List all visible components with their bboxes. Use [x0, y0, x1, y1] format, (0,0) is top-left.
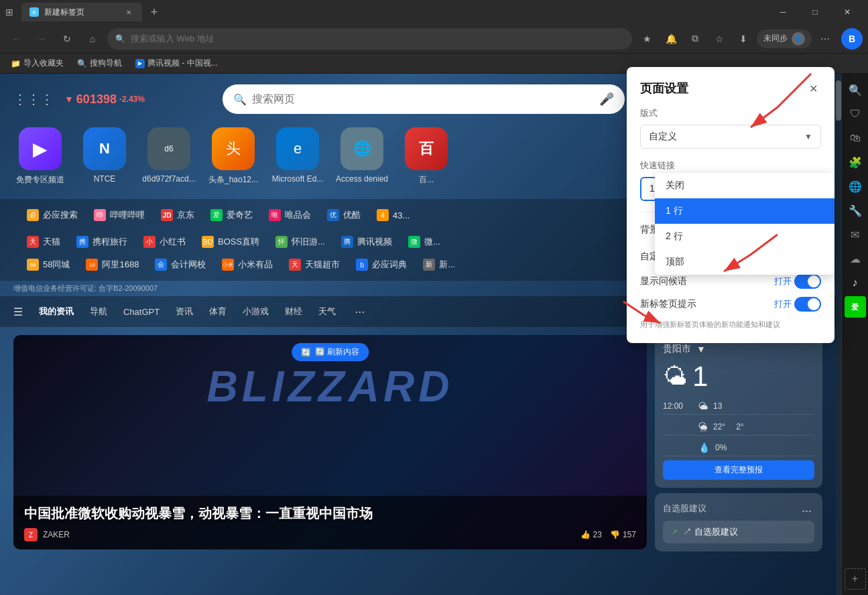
qa-item-5[interactable]: 🌐 Access denied [335, 127, 389, 186]
grid-icon[interactable]: ⋮⋮⋮ [13, 91, 54, 107]
maximize-button[interactable]: □ [800, 0, 830, 24]
hl-jd[interactable]: JD 京东 [153, 206, 202, 224]
news-refresh-button[interactable]: 🔄 🔄 刷新内容 [292, 343, 369, 361]
hl-xiaohongshu[interactable]: 小 小红书 [135, 233, 194, 251]
hl-xiaomi-icon: 小米 [222, 259, 234, 271]
qa-item-1[interactable]: N NTCE [78, 127, 131, 186]
style-select[interactable]: 自定义 ▼ [640, 125, 821, 149]
sidebar-shield-icon[interactable]: 🛡 [845, 103, 866, 125]
hl-huaijiu[interactable]: 怀 怀旧游... [267, 233, 333, 251]
forward-button[interactable]: → [31, 28, 52, 50]
sidebar-tiktok-icon[interactable]: ♪ [845, 272, 866, 293]
dropdown-option-close[interactable]: 关闭 [655, 173, 834, 198]
sidebar-tools-icon[interactable]: 🔧 [845, 200, 866, 221]
stock-more-button[interactable]: ... [799, 501, 814, 515]
edge-copilot-button[interactable]: B [841, 28, 863, 50]
tab-favicon: e [29, 7, 39, 17]
nav-chatgpt[interactable]: ChatGPT [123, 307, 160, 317]
newtab-toggle[interactable] [794, 297, 821, 312]
nav-news[interactable]: 资讯 [176, 306, 193, 318]
like-button[interactable]: 👍 23 [580, 530, 602, 539]
settings-close-button[interactable]: ✕ [805, 80, 821, 96]
hl-iqiyi[interactable]: 爱 爱奇艺 [202, 206, 261, 224]
weather-city[interactable]: 贵阳市 ▼ [663, 343, 814, 355]
profile-button[interactable]: 未同步 👤 [757, 29, 812, 48]
nav-navigation[interactable]: 导航 [90, 306, 107, 318]
search-bar[interactable]: 🔍 🎤 [223, 84, 625, 114]
qa-item-3[interactable]: 头 头条_hao12... [206, 127, 260, 186]
hl-xiaomi[interactable]: 小米 小米有品 [214, 255, 281, 274]
main-news-card[interactable]: BLIZZARD 🔄 🔄 刷新内容 [13, 335, 647, 549]
close-button[interactable]: ✕ [832, 0, 863, 24]
tab-close-button[interactable]: ✕ [123, 7, 134, 17]
nav-finance[interactable]: 财经 [285, 306, 302, 318]
qa-item-4[interactable]: e Microsoft Ed... [271, 127, 324, 186]
qa-item-0[interactable]: ▶ 免费专区频道 [13, 127, 67, 186]
bookmark-tencent[interactable]: ▶ 腾讯视频 - 中国视... [130, 56, 223, 70]
split-view-icon[interactable]: ⧉ [684, 28, 706, 50]
nav-weather[interactable]: 天气 [318, 306, 336, 318]
search-input[interactable] [252, 93, 594, 105]
favorites-menu-icon[interactable]: ☆ [708, 28, 730, 50]
minimize-button[interactable]: ─ [767, 0, 798, 24]
bookmark-import-icon: 📁 [11, 59, 21, 68]
nav-games[interactable]: 小游戏 [243, 306, 269, 318]
hl-tmall[interactable]: 天 天猫 [19, 233, 68, 251]
hl-1688[interactable]: 16 阿里1688 [78, 255, 147, 274]
hl-bili[interactable]: 哔 哔哩哔哩 [86, 206, 153, 224]
nav-sports[interactable]: 体育 [209, 306, 227, 318]
greeting-toggle[interactable] [794, 274, 821, 289]
bookmark-import[interactable]: 📁 导入收藏夹 [5, 56, 69, 70]
sidebar-puzzle-icon[interactable]: 🧩 [845, 151, 866, 173]
dropdown-option-2row[interactable]: 2 行 [655, 224, 834, 249]
sidebar-zoom-icon[interactable]: 🔍 [845, 79, 866, 101]
mic-icon[interactable]: 🎤 [599, 92, 614, 107]
nav-more[interactable]: ··· [352, 305, 367, 319]
hl-accounting[interactable]: 会 会计网校 [147, 255, 214, 274]
view-full-forecast-button[interactable]: 查看完整预报 [663, 460, 814, 480]
home-button[interactable]: ⌂ [82, 28, 103, 50]
dislike-button[interactable]: 👎 157 [610, 530, 636, 539]
hl-bingdict[interactable]: b 必应词典 [348, 255, 415, 274]
stock-recommend-cta[interactable]: ↗ ↗ 自选股建议 [663, 521, 814, 543]
page-scrollbar[interactable] [836, 74, 841, 595]
qa-item-6[interactable]: 百 百... [399, 127, 453, 186]
sidebar-bag-icon[interactable]: 🛍 [845, 127, 866, 149]
sidebar-globe-icon[interactable]: 🌐 [845, 176, 866, 197]
sidebar-add-button[interactable]: + [845, 568, 866, 590]
hl-vip[interactable]: 唯 唯品会 [261, 206, 319, 224]
sidebar-cloud-icon[interactable]: ☁ [845, 248, 866, 269]
hl-tmallsuper[interactable]: 天 天猫超市 [281, 255, 348, 274]
address-bar[interactable]: 🔍 [107, 28, 632, 50]
hl-more1[interactable]: 4 43... [369, 206, 418, 224]
hamburger-icon[interactable]: ☰ [13, 306, 23, 318]
dropdown-option-1row[interactable]: 1 行 [655, 198, 834, 224]
downloads-icon[interactable]: ⬇ [733, 28, 754, 50]
hl-58[interactable]: 58 58同城 [19, 255, 78, 274]
hl-bingso[interactable]: 必 必应搜索 [19, 206, 86, 224]
active-tab[interactable]: e 新建标签页 ✕ [21, 3, 142, 21]
bookmark-sogou[interactable]: 🔍 搜狗导航 [72, 56, 127, 70]
hl-tencentvideo[interactable]: 腾 腾讯视频 [333, 233, 400, 251]
stock-info[interactable]: ▼ 601398 -2.43% [64, 92, 145, 107]
favorites-icon[interactable]: ★ [636, 28, 658, 50]
hl-youku[interactable]: 优 优酷 [319, 206, 369, 224]
sidebar-send-icon[interactable]: ✉ [845, 224, 866, 245]
dropdown-option-top[interactable]: 顶部 [655, 249, 834, 275]
address-input[interactable] [131, 34, 624, 44]
more-options-button[interactable]: ⋯ [814, 28, 836, 50]
hl-ctrip[interactable]: 携 携程旅行 [68, 233, 135, 251]
collections-icon[interactable]: 🔔 [660, 28, 682, 50]
sidebar-iqiyi-icon[interactable]: 爱 [845, 296, 866, 318]
hl-boss[interactable]: BO BOSS直聘 [194, 233, 267, 251]
weather-icon-3: 💧 [698, 442, 710, 453]
qa-item-2[interactable]: d6 d6d972f7acd... [142, 127, 196, 186]
hl-new[interactable]: 新 新... [415, 255, 463, 274]
new-tab-button[interactable]: + [145, 3, 164, 21]
nav-my-news[interactable]: 我的资讯 [39, 306, 74, 318]
back-button[interactable]: ← [5, 28, 27, 50]
refresh-button[interactable]: ↻ [56, 28, 78, 50]
links-label: 快速链接 [640, 159, 821, 172]
hl-wei-label: 微... [424, 236, 440, 248]
hl-wei[interactable]: 微 微... [400, 233, 448, 251]
